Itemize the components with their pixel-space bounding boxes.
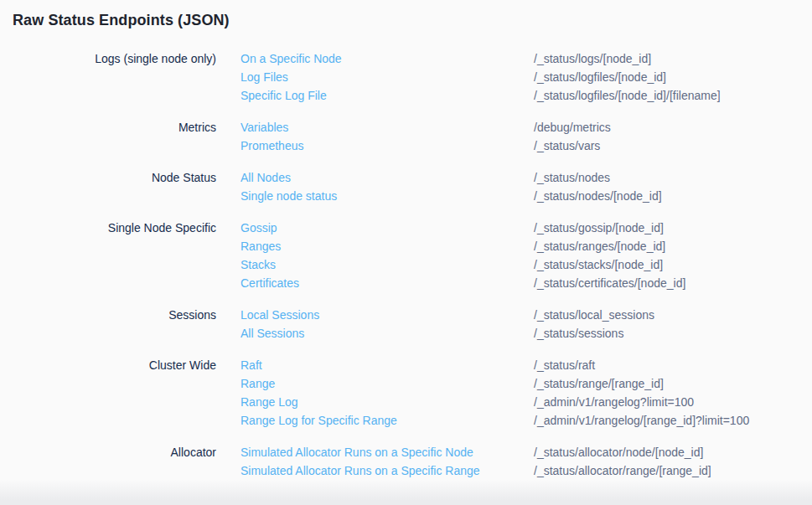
endpoint-group-single-node-specific: Single Node Specific Gossip /_status/gos… [0,219,812,292]
endpoint-path: /_status/logfiles/[node_id]/[filename] [534,86,812,105]
endpoint-path: /_status/range/[range_id] [534,374,812,393]
endpoint-path: /_status/nodes [534,168,812,187]
endpoint-path: /_admin/v1/rangelog/[range_id]?limit=100 [534,411,812,430]
category-label: Metrics [13,118,216,137]
endpoint-row: Prometheus /_status/vars [0,137,812,155]
endpoint-link[interactable]: On a Specific Node [240,52,342,65]
endpoint-link[interactable]: Stacks [240,258,276,271]
endpoint-row: Single Node Specific Gossip /_status/gos… [0,219,812,237]
endpoint-path: /_status/local_sessions [534,306,812,324]
category-label: Cluster Wide [13,356,216,374]
endpoint-row: Logs (single node only) On a Specific No… [0,49,812,68]
endpoint-group-cluster-wide: Cluster Wide Raft /_status/raft Range /_… [0,356,812,430]
endpoint-link[interactable]: Local Sessions [240,308,319,322]
debug-page: Raw Status Endpoints (JSON) Logs (single… [0,0,812,505]
endpoint-link[interactable]: Prometheus [240,139,303,152]
category-label: Node Status [13,168,216,187]
category-label [13,393,216,411]
endpoint-path: /_status/allocator/range/[range_id] [534,461,812,480]
endpoint-group-allocator: Allocator Simulated Allocator Runs on a … [0,443,812,480]
endpoint-row: Certificates /_status/certificates/[node… [0,274,812,292]
endpoint-path: /_status/stacks/[node_id] [534,255,812,274]
endpoint-path: /debug/metrics [534,118,812,137]
endpoint-path: /_status/logs/[node_id] [534,49,812,68]
endpoint-row: Stacks /_status/stacks/[node_id] [0,255,812,274]
endpoint-group-node-status: Node Status All Nodes /_status/nodes Sin… [0,168,812,205]
endpoint-link[interactable]: Range Log [240,395,298,409]
endpoint-path: /_status/certificates/[node_id] [534,274,812,292]
endpoint-group-logs: Logs (single node only) On a Specific No… [0,49,812,105]
endpoint-row: Single node status /_status/nodes/[node_… [0,187,812,205]
category-label [13,137,216,155]
endpoint-link[interactable]: Raft [240,358,262,372]
endpoint-row: Metrics Variables /debug/metrics [0,118,812,137]
endpoint-row: Range /_status/range/[range_id] [0,374,812,393]
category-label [13,237,216,255]
endpoints-table: Logs (single node only) On a Specific No… [0,49,812,480]
endpoint-link[interactable]: Single node status [240,189,337,203]
category-label [13,374,216,393]
endpoint-row: Range Log for Specific Range /_admin/v1/… [0,411,812,430]
category-label: Single Node Specific [13,219,216,237]
endpoint-path: /_admin/v1/rangelog?limit=100 [534,393,812,411]
endpoint-link[interactable]: All Sessions [240,327,304,340]
endpoint-link[interactable]: Range Log for Specific Range [240,414,397,427]
endpoint-row: All Sessions /_status/sessions [0,324,812,343]
endpoint-row: Range Log /_admin/v1/rangelog?limit=100 [0,393,812,411]
endpoint-link[interactable]: Ranges [240,240,281,253]
endpoint-link[interactable]: Range [240,377,275,390]
endpoint-row: Simulated Allocator Runs on a Specific R… [0,461,812,480]
category-label [13,68,216,86]
endpoint-path: /_status/logfiles/[node_id] [534,68,812,86]
endpoint-link[interactable]: Specific Log File [240,89,327,102]
endpoint-row: Allocator Simulated Allocator Runs on a … [0,443,812,461]
page-bottom-shade [0,480,812,505]
endpoint-row: Log Files /_status/logfiles/[node_id] [0,68,812,86]
endpoint-path: /_status/raft [534,356,812,374]
category-label [13,461,216,480]
category-label: Sessions [13,306,216,324]
endpoint-link[interactable]: All Nodes [240,171,291,184]
endpoint-link[interactable]: Variables [240,121,288,134]
endpoint-row: Node Status All Nodes /_status/nodes [0,168,812,187]
page-title: Raw Status Endpoints (JSON) [0,0,812,29]
category-label [13,324,216,343]
endpoint-link[interactable]: Simulated Allocator Runs on a Specific R… [240,464,480,477]
endpoint-row: Specific Log File /_status/logfiles/[nod… [0,86,812,105]
endpoint-group-metrics: Metrics Variables /debug/metrics Prometh… [0,118,812,155]
endpoint-path: /_status/sessions [534,324,812,343]
endpoint-row: Ranges /_status/ranges/[node_id] [0,237,812,255]
category-label [13,187,216,205]
endpoint-link[interactable]: Log Files [240,70,288,84]
category-label: Allocator [13,443,216,461]
endpoint-path: /_status/allocator/node/[node_id] [534,443,812,461]
category-label [13,255,216,274]
endpoint-link[interactable]: Simulated Allocator Runs on a Specific N… [240,446,473,459]
endpoint-link[interactable]: Gossip [240,221,277,234]
endpoint-path: /_status/gossip/[node_id] [534,219,812,237]
endpoint-group-sessions: Sessions Local Sessions /_status/local_s… [0,306,812,343]
endpoint-path: /_status/nodes/[node_id] [534,187,812,205]
category-label [13,411,216,430]
category-label [13,274,216,292]
endpoint-link[interactable]: Certificates [240,276,299,290]
endpoint-path: /_status/vars [534,137,812,155]
category-label [13,86,216,105]
endpoint-path: /_status/ranges/[node_id] [534,237,812,255]
endpoint-row: Sessions Local Sessions /_status/local_s… [0,306,812,324]
category-label: Logs (single node only) [13,49,216,68]
endpoint-row: Cluster Wide Raft /_status/raft [0,356,812,374]
